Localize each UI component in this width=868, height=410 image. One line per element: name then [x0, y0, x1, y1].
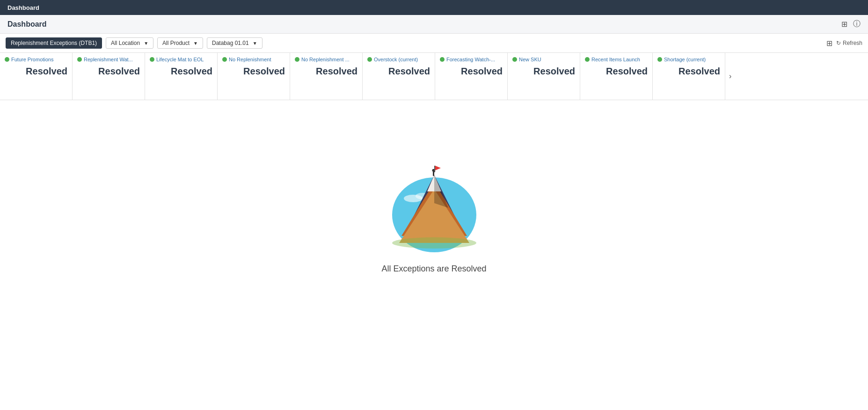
card-title: Replenishment Wat... [84, 57, 133, 62]
location-dropdown[interactable]: All Location ▼ [106, 37, 153, 49]
exception-card[interactable]: Forecasting Watch-... Resolved [435, 53, 508, 100]
status-dot [5, 57, 9, 62]
svg-point-12 [392, 237, 476, 249]
card-title: Forecasting Watch-... [446, 57, 495, 62]
sub-header: Dashboard ⊞ ⓘ [0, 15, 868, 34]
card-status: Resolved [150, 66, 212, 77]
cards-next-chevron[interactable]: › [725, 53, 735, 100]
replenishment-exceptions-dropdown[interactable]: Replenishment Exceptions (DTB1) [6, 37, 102, 49]
card-status: Resolved [657, 66, 720, 77]
exception-card[interactable]: Future Promotions Resolved [0, 53, 73, 100]
exception-card[interactable]: Shortage (current) Resolved [653, 53, 725, 100]
chevron-down-icon: ▼ [144, 41, 148, 46]
card-title: Future Promotions [11, 57, 53, 62]
grid-view-icon[interactable]: ⊞ [841, 20, 847, 29]
exception-card[interactable]: Overstock (current) Resolved [363, 53, 435, 100]
card-title: New SKU [519, 57, 541, 62]
product-dropdown[interactable]: All Product ▼ [157, 37, 203, 49]
card-status: Resolved [5, 66, 67, 77]
card-header: Lifecycle Mat to EOL [150, 57, 212, 62]
status-dot [585, 57, 590, 62]
chevron-down-icon: ▼ [193, 41, 198, 46]
card-title: Overstock (current) [374, 57, 418, 62]
mountain-illustration [387, 161, 481, 255]
status-dot [440, 57, 445, 62]
card-title: No Replenishment ... [301, 57, 350, 62]
card-status: Resolved [367, 66, 430, 77]
card-header: Recent Items Launch [585, 57, 648, 62]
chevron-down-icon: ▼ [253, 41, 257, 46]
databag-label: Databag 01.01 [212, 40, 249, 46]
page-title: Dashboard [7, 20, 47, 29]
table-icon[interactable]: ⊞ [826, 39, 832, 48]
exception-cards-row: Future Promotions Resolved Replenishment… [0, 53, 868, 100]
card-status: Resolved [77, 66, 140, 77]
card-header: No Replenishment [222, 57, 285, 62]
card-header: Shortage (current) [657, 57, 720, 62]
refresh-icon: ↻ [836, 40, 841, 46]
card-header: No Replenishment ... [295, 57, 357, 62]
status-dot [222, 57, 227, 62]
status-dot [295, 57, 299, 62]
exception-card[interactable]: No Replenishment ... Resolved [290, 53, 363, 100]
card-header: Replenishment Wat... [77, 57, 140, 62]
svg-rect-8 [433, 171, 434, 176]
sub-header-icons: ⊞ ⓘ [841, 19, 861, 29]
card-status: Resolved [295, 66, 357, 77]
help-icon[interactable]: ⓘ [853, 19, 861, 29]
status-dot [150, 57, 154, 62]
card-header: Overstock (current) [367, 57, 430, 62]
status-dot [512, 57, 517, 62]
card-status: Resolved [585, 66, 648, 77]
card-status: Resolved [512, 66, 575, 77]
exception-card[interactable]: New SKU Resolved [508, 53, 580, 100]
card-header: Future Promotions [5, 57, 67, 62]
all-resolved-text: All Exceptions are Resolved [381, 264, 486, 274]
card-header: Forecasting Watch-... [440, 57, 503, 62]
product-label: All Product [162, 40, 190, 46]
card-status: Resolved [222, 66, 285, 77]
card-header: New SKU [512, 57, 575, 62]
databag-dropdown[interactable]: Databag 01.01 ▼ [207, 37, 263, 49]
card-title: Recent Items Launch [591, 57, 640, 62]
svg-marker-11 [435, 166, 441, 170]
top-nav-title: Dashboard [7, 4, 39, 11]
card-status: Resolved [440, 66, 503, 77]
main-content: All Exceptions are Resolved [0, 100, 868, 334]
svg-rect-10 [434, 166, 435, 172]
status-dot [657, 57, 662, 62]
refresh-label: Refresh [843, 40, 862, 46]
exception-card[interactable]: Recent Items Launch Resolved [580, 53, 653, 100]
status-dot [77, 57, 82, 62]
card-title: No Replenishment [229, 57, 271, 62]
exception-card[interactable]: No Replenishment Resolved [218, 53, 290, 100]
card-title: Shortage (current) [664, 57, 706, 62]
exception-card[interactable]: Lifecycle Mat to EOL Resolved [145, 53, 218, 100]
status-dot [367, 57, 372, 62]
toolbar: Replenishment Exceptions (DTB1) All Loca… [0, 34, 868, 53]
location-label: All Location [111, 40, 140, 46]
top-nav: Dashboard [0, 0, 868, 15]
card-title: Lifecycle Mat to EOL [156, 57, 204, 62]
exception-card[interactable]: Replenishment Wat... Resolved [73, 53, 145, 100]
refresh-button[interactable]: ↻ Refresh [836, 40, 862, 46]
